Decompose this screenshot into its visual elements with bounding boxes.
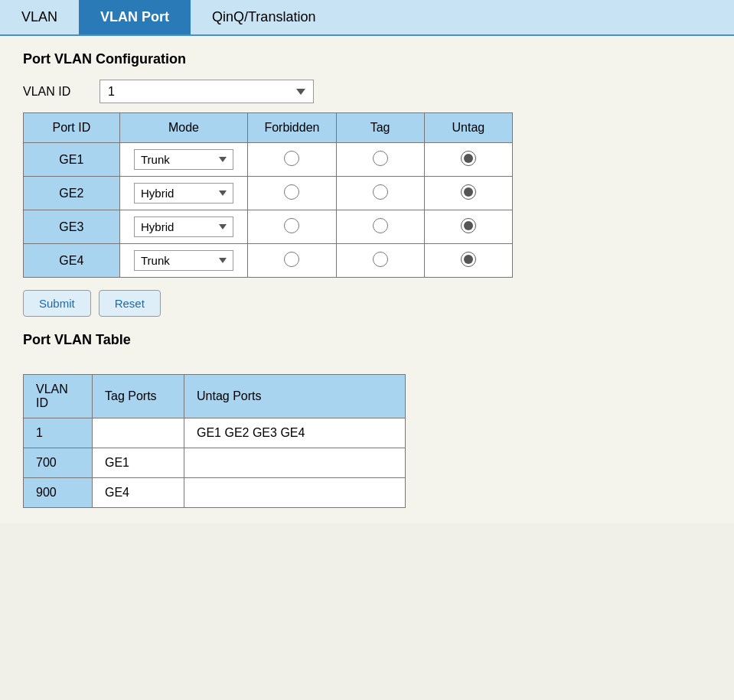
forbidden-cell-GE1 [248,143,336,177]
vlan-table-id-cell: 900 [24,478,93,508]
port-id-cell: GE1 [24,143,120,177]
col-header-tag: Tag [336,113,424,143]
col-header-untag: Untag [424,113,512,143]
mode-select-GE3[interactable]: AccessTrunkHybrid [134,217,233,237]
vlan-table: VLAN ID Tag Ports Untag Ports 1GE1 GE2 G… [23,374,406,508]
untag-radio-GE1[interactable] [461,151,476,166]
forbidden-cell-GE4 [248,244,336,278]
vlan-table-id-cell: 1 [24,418,93,448]
untag-cell-GE1 [424,143,512,177]
tag-cell-GE2 [336,177,424,210]
vlan-table-untag-cell [184,448,406,478]
mode-select-GE2[interactable]: AccessTrunkHybrid [134,183,233,203]
vlan-id-select[interactable]: 1 700 900 [99,80,314,103]
tab-vlan[interactable]: VLAN [0,0,79,34]
vlan-id-row: VLAN ID 1 700 900 [23,80,711,103]
port-id-cell: GE3 [24,210,120,244]
vlan-table-untag-cell [184,478,406,508]
table-section-title: Port VLAN Table [23,332,711,348]
tab-qinq[interactable]: QinQ/Translation [191,0,337,34]
tag-radio-GE4[interactable] [373,252,388,267]
forbidden-radio-GE1[interactable] [284,151,299,166]
tab-bar: VLAN VLAN Port QinQ/Translation [0,0,734,36]
vlan-id-label: VLAN ID [23,85,84,99]
tag-cell-GE4 [336,244,424,278]
vlan-table-tag-cell: GE1 [93,448,184,478]
untag-cell-GE2 [424,177,512,210]
tag-cell-GE1 [336,143,424,177]
forbidden-cell-GE3 [248,210,336,244]
tag-radio-GE2[interactable] [373,184,388,200]
vlan-table-tag-cell [93,418,184,448]
forbidden-radio-GE3[interactable] [284,218,299,233]
vlan-table-id-cell: 700 [24,448,93,478]
untag-radio-GE4[interactable] [461,252,476,267]
vlan-table-tag-cell: GE4 [93,478,184,508]
untag-cell-GE4 [424,244,512,278]
port-id-cell: GE2 [24,177,120,210]
vlan-table-col-vlan-id: VLAN ID [24,375,93,418]
submit-button[interactable]: Submit [23,290,91,317]
untag-radio-GE2[interactable] [461,184,476,200]
port-id-cell: GE4 [24,244,120,278]
button-row: Submit Reset [23,290,711,317]
vlan-table-col-tag-ports: Tag Ports [93,375,184,418]
col-header-mode: Mode [119,113,248,143]
mode-select-GE1[interactable]: AccessTrunkHybrid [134,149,233,170]
forbidden-cell-GE2 [248,177,336,210]
tag-cell-GE3 [336,210,424,244]
mode-cell: AccessTrunkHybrid [119,143,248,177]
mode-cell: AccessTrunkHybrid [119,244,248,278]
config-section-title: Port VLAN Configuration [23,51,711,67]
col-header-port-id: Port ID [24,113,120,143]
col-header-forbidden: Forbidden [248,113,336,143]
mode-cell: AccessTrunkHybrid [119,210,248,244]
tag-radio-GE1[interactable] [373,151,388,166]
mode-select-GE4[interactable]: AccessTrunkHybrid [134,250,233,271]
tag-radio-GE3[interactable] [373,218,388,233]
tab-vlan-port[interactable]: VLAN Port [79,0,191,34]
reset-button[interactable]: Reset [99,290,161,317]
vlan-table-col-untag-ports: Untag Ports [184,375,406,418]
config-table: Port ID Mode Forbidden Tag Untag GE1Acce… [23,112,513,278]
untag-radio-GE3[interactable] [461,218,476,233]
vlan-table-untag-cell: GE1 GE2 GE3 GE4 [184,418,406,448]
forbidden-radio-GE4[interactable] [284,252,299,267]
untag-cell-GE3 [424,210,512,244]
forbidden-radio-GE2[interactable] [284,184,299,200]
main-content: Port VLAN Configuration VLAN ID 1 700 90… [0,36,734,523]
mode-cell: AccessTrunkHybrid [119,177,248,210]
